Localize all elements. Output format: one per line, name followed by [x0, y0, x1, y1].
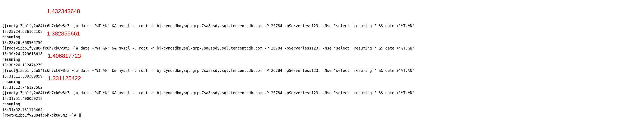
shell-prompt[interactable]: [root@iZbp1fy2u84fc6h7ck0w8mZ ~]#	[2, 112, 642, 118]
query-result: resuming	[2, 34, 642, 40]
query-result: resuming	[2, 57, 642, 62]
timestamp-end: 18:31:12.746127582	[2, 85, 642, 90]
timestamp-start: 18:28:24.636162108	[2, 29, 642, 34]
timestamp-start: 18:31:11.339309859	[2, 74, 642, 79]
shell-command-line: [[root@iZbp1fy2u84fc6h7ck0w8mZ ~]# date …	[2, 23, 642, 29]
terminal-output: [[root@iZbp1fy2u84fc6h7ck0w8mZ ~]# date …	[2, 23, 642, 118]
elapsed-annotation: 1.331125422	[48, 74, 81, 82]
cursor-icon	[79, 114, 81, 118]
timestamp-end: 18:30:26.112474279	[2, 62, 642, 68]
shell-command-line: [[root@iZbp1fy2u84fc6h7ck0w8mZ ~]# date …	[2, 90, 642, 96]
elapsed-annotation: 1.382855661	[47, 29, 80, 38]
query-result: resuming	[2, 79, 642, 85]
shell-command-line: [[root@iZbp1fy2u84fc6h7ck0w8mZ ~]# date …	[2, 46, 642, 51]
shell-command-line: [[root@iZbp1fy2u84fc6h7ck0w8mZ ~]# date …	[2, 68, 642, 74]
timestamp-end: 18:31:52.731175464	[2, 107, 642, 113]
elapsed-annotation: 1.432343648	[47, 7, 80, 16]
elapsed-annotation: 1.406817723	[48, 52, 81, 60]
timestamp-start: 18:30:24.729618618	[2, 51, 642, 57]
timestamp-start: 18:31:51.400050218	[2, 96, 642, 102]
prompt-text: [root@iZbp1fy2u84fc6h7ck0w8mZ ~]#	[2, 113, 78, 118]
timestamp-end: 18:28:26.068505756	[2, 40, 642, 46]
query-result: resuming	[2, 102, 642, 107]
